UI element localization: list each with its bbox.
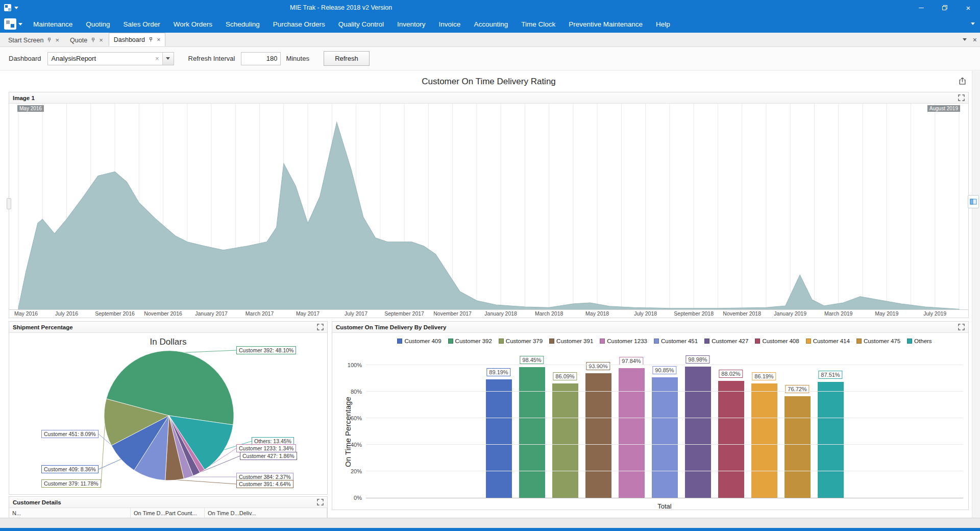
pin-icon[interactable] [47, 38, 52, 42]
bar [552, 383, 578, 498]
x-tick-label: May 2017 [296, 310, 320, 317]
minutes-label: Minutes [286, 55, 309, 62]
y-tick-label: 100% [339, 362, 362, 368]
menu-item-purchase-orders[interactable]: Purchase Orders [266, 15, 332, 33]
refresh-button[interactable]: Refresh [324, 51, 370, 66]
x-tick-label: September 2018 [674, 310, 714, 317]
menu-item-sales-order[interactable]: Sales Order [117, 15, 167, 33]
bar-chart-area: Customer 409Customer 392Customer 379Cust… [332, 333, 968, 510]
right-column: Customer On Time Delivery By Delivery Cu… [332, 321, 969, 510]
title-bar: MIE Trak - Release 2018 v2 Version × [0, 0, 980, 15]
delivery-panel-header: Customer On Time Delivery By Delivery [332, 322, 968, 333]
tab-close-icon[interactable]: × [99, 37, 103, 43]
tab-close-icon[interactable]: × [157, 36, 161, 43]
shipment-panel-header: Shipment Percentage [9, 322, 327, 333]
legend-item: Customer 427 [704, 338, 748, 344]
tab-quote[interactable]: Quote × [65, 34, 108, 46]
combobox-clear-icon[interactable]: × [152, 55, 162, 62]
details-column-ontime-delivery[interactable]: On Time D...Deliv... [205, 508, 327, 518]
close-button[interactable]: × [957, 0, 980, 15]
bar-chart-y-axis-label: On Time Percentage [344, 397, 352, 467]
pie-area: In Dollars Customer 392: 48.10%Others: 1… [9, 333, 327, 494]
menu-app-chevron-icon[interactable] [18, 23, 22, 26]
details-column-name[interactable]: N... [9, 508, 131, 518]
dock-flyout-button[interactable] [968, 195, 979, 208]
menu-item-quality-control[interactable]: Quality Control [332, 15, 390, 33]
x-tick-label: January 2019 [774, 310, 806, 317]
pin-icon[interactable] [91, 38, 95, 42]
range-end-badge: August 2019 [927, 105, 960, 112]
tab-start-screen[interactable]: Start Screen × [3, 34, 64, 46]
menu-item-inventory[interactable]: Inventory [390, 15, 432, 33]
expand-icon[interactable] [317, 324, 324, 330]
legend-item: Customer 379 [499, 338, 543, 344]
app-icon[interactable] [4, 4, 11, 11]
left-splitter-grip[interactable] [7, 198, 11, 209]
legend-item: Customer 409 [397, 338, 441, 344]
x-tick-label: September 2016 [95, 310, 135, 317]
refresh-interval-input[interactable] [241, 52, 281, 65]
dashboard-label: Dashboard [9, 55, 41, 62]
x-tick-label: November 2017 [433, 310, 472, 317]
dashboard-combobox-value: AnalysisReport [48, 55, 152, 62]
expand-icon[interactable] [958, 324, 965, 330]
report-title-row: Customer On Time Delivery Rating [9, 71, 969, 92]
menu-item-work-orders[interactable]: Work Orders [167, 15, 219, 33]
quick-access-chevron-icon[interactable] [14, 7, 18, 9]
bar-value-label: 89.19% [486, 368, 510, 376]
menu-item-invoice[interactable]: Invoice [432, 15, 468, 33]
bar-value-label: 97.84% [619, 357, 643, 365]
window-title: MIE Trak - Release 2018 v2 Version [290, 0, 392, 15]
y-tick-label: 20% [339, 468, 362, 474]
menu-app-icon[interactable] [4, 18, 16, 30]
y-tick-label: 60% [339, 415, 362, 421]
minimize-button[interactable] [910, 0, 933, 15]
chevron-down-icon [166, 57, 170, 60]
legend-item: Customer 451 [654, 338, 698, 344]
legend-label: Customer 414 [813, 338, 850, 344]
restore-icon [942, 5, 948, 11]
left-column: Shipment Percentage In Dollars Customer … [9, 321, 328, 518]
tab-bar: Start Screen × Quote × Dashboard × × [0, 33, 980, 47]
details-column-ontime-part-count[interactable]: On Time D...Part Count... [131, 508, 205, 518]
pie-slice-label: Customer 379: 11.78% [41, 479, 101, 488]
tab-strip-close-icon[interactable]: × [973, 36, 977, 44]
x-tick-label: November 2016 [144, 310, 182, 317]
pin-icon[interactable] [149, 37, 153, 42]
x-tick-label: September 2017 [384, 310, 424, 317]
menu-overflow-chevron-icon[interactable] [971, 22, 975, 25]
pie-slice-label: Customer 391: 4.64% [236, 480, 293, 488]
lower-charts-row: Shipment Percentage In Dollars Customer … [9, 321, 969, 518]
menu-item-quoting[interactable]: Quoting [79, 15, 116, 33]
menu-item-accounting[interactable]: Accounting [467, 15, 514, 33]
legend-item: Customer 408 [755, 338, 799, 344]
bar-value-label: 76.72% [785, 385, 809, 393]
window-controls: × [910, 0, 980, 15]
menu-item-time-clock[interactable]: Time Clock [514, 15, 562, 33]
x-tick-label: March 2019 [824, 310, 852, 317]
bar-value-label: 87.51% [818, 371, 842, 379]
combobox-dropdown-button[interactable] [162, 53, 174, 65]
expand-icon[interactable] [958, 94, 965, 101]
tab-close-icon[interactable]: × [55, 37, 59, 43]
pie-slice-label: Customer 1233: 1.34% [236, 444, 296, 452]
legend-swatch [856, 339, 862, 344]
bar-value-label: 88.02% [719, 370, 743, 378]
restore-button[interactable] [933, 0, 957, 15]
shipment-panel-title: Shipment Percentage [13, 324, 73, 330]
tab-list-chevron-icon[interactable] [963, 38, 967, 41]
quick-access-toolbar [0, 4, 18, 11]
pie-chart-title: In Dollars [9, 337, 327, 347]
right-scroll-track[interactable] [972, 71, 980, 518]
menu-item-preventive-maintenance[interactable]: Preventive Maintenance [562, 15, 649, 33]
image1-panel: Image 1 May 2016 August 2019 May 2016Jul… [9, 92, 969, 318]
menu-item-maintenance[interactable]: Maintenance [27, 15, 79, 33]
dashboard-combobox[interactable]: AnalysisReport × [47, 52, 174, 65]
menu-item-scheduling[interactable]: Scheduling [219, 15, 266, 33]
menu-item-help[interactable]: Help [649, 15, 677, 33]
gridline [366, 365, 963, 365]
export-button[interactable] [958, 77, 967, 87]
expand-icon[interactable] [317, 499, 324, 505]
tab-dashboard[interactable]: Dashboard × [109, 33, 166, 46]
dashboard-toolbar: Dashboard AnalysisReport × Refresh Inter… [0, 47, 980, 70]
